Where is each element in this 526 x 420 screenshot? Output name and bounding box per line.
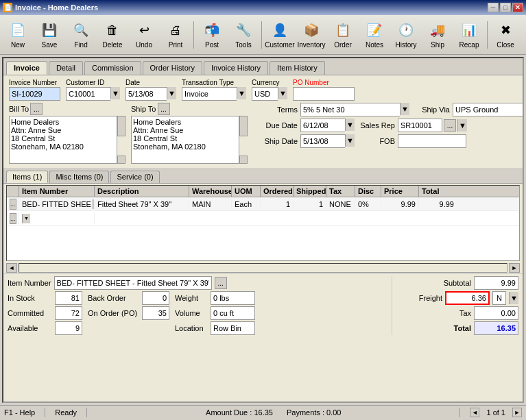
print-label: Print <box>169 41 183 49</box>
ship-to-expand-button[interactable]: ... <box>158 103 170 115</box>
print-button[interactable]: 🖨 Print <box>160 17 191 53</box>
total-value <box>474 321 518 335</box>
row-expand-button[interactable]: ... <box>10 199 16 210</box>
tab-commission[interactable]: Commission <box>84 61 141 75</box>
date-label: Date <box>125 79 176 86</box>
ship-button[interactable]: 🚚 Ship <box>422 17 453 53</box>
misc-items-tab[interactable]: Misc Items (0) <box>49 171 109 183</box>
freight-value[interactable] <box>445 291 490 305</box>
ship-to-textarea[interactable]: Home Dealers Attn: Anne Sue 18 Central S… <box>131 116 239 164</box>
weight-value[interactable] <box>211 291 255 305</box>
add-row-button[interactable]: ... <box>10 213 16 224</box>
sales-rep-input[interactable] <box>398 119 442 132</box>
freight-extra-input[interactable] <box>492 291 506 305</box>
tab-order-history[interactable]: Order History <box>143 61 202 75</box>
order-button[interactable]: 📋 Order <box>328 17 358 53</box>
item-number-bottom-input[interactable] <box>54 276 212 290</box>
currency-dropdown[interactable]: ▼ <box>278 87 287 99</box>
history-button[interactable]: 🕐 History <box>391 17 421 53</box>
available-value[interactable] <box>55 321 82 335</box>
ship-via-input[interactable] <box>453 103 524 116</box>
back-order-value[interactable] <box>142 291 169 305</box>
undo-label: Undo <box>136 41 152 49</box>
new-button[interactable]: 📄 New <box>3 17 33 53</box>
ship-date-dropdown[interactable]: ▼ <box>345 134 355 147</box>
tools-button[interactable]: 🔧 Tools <box>228 17 259 53</box>
po-number-input[interactable] <box>293 87 355 101</box>
page-prev-button[interactable]: ◄ <box>470 408 479 417</box>
toolbar-separator <box>193 21 194 49</box>
terms-input[interactable] <box>300 103 400 116</box>
items-tab[interactable]: Items (1) <box>6 171 48 183</box>
service-tab[interactable]: Service (0) <box>110 171 159 183</box>
due-date-dropdown[interactable]: ▼ <box>345 119 355 131</box>
customer-id-input[interactable] <box>66 87 110 101</box>
sales-rep-dropdown[interactable]: ▼ <box>457 119 467 132</box>
inventory-button[interactable]: 📦 Inventory <box>296 17 326 53</box>
item-number-bottom-expand[interactable]: ... <box>215 277 227 289</box>
transaction-type-label: Transaction Type <box>182 79 246 86</box>
header-scroll-col <box>457 186 466 197</box>
horizontal-scrollbar[interactable] <box>19 263 507 273</box>
tab-invoice[interactable]: Invoice <box>6 61 47 75</box>
new-icon: 📄 <box>8 21 27 40</box>
page-next-button[interactable]: ► <box>512 408 522 417</box>
undo-button[interactable]: ↩ Undo <box>129 17 159 53</box>
notes-button[interactable]: 📝 Notes <box>359 17 390 53</box>
customer-button[interactable]: 👤 Customer <box>265 17 295 53</box>
items-grid: Item Number Description Warehouse UOM Or… <box>6 185 520 261</box>
tab-invoice-history[interactable]: Invoice History <box>204 61 268 75</box>
save-button[interactable]: 💾 Save <box>34 17 64 53</box>
freight-dropdown[interactable]: ▼ <box>509 292 518 304</box>
transaction-type-dropdown[interactable]: ▼ <box>237 87 246 99</box>
sales-rep-expand-button[interactable]: ... <box>444 119 456 132</box>
grid-empty-area <box>7 226 519 260</box>
undo-icon: ↩ <box>134 21 154 40</box>
on-order-value[interactable] <box>142 306 169 320</box>
bill-to-expand-button[interactable]: ... <box>30 103 43 115</box>
date-dropdown[interactable]: ▼ <box>167 87 176 99</box>
help-text: F1 - Help <box>4 408 35 417</box>
status-sep1 <box>45 408 45 417</box>
invoice-number-input[interactable] <box>9 87 60 101</box>
close-button[interactable]: ✖ Close <box>490 17 521 53</box>
minimize-button[interactable]: ─ <box>488 3 499 12</box>
cell-price: 9.99 <box>381 199 419 209</box>
terms-dropdown[interactable]: ▼ <box>400 103 409 115</box>
terms-label: Terms <box>253 106 298 114</box>
status-text: Ready <box>55 408 77 417</box>
location-value[interactable] <box>211 321 255 335</box>
close-window-button[interactable]: ✕ <box>512 3 523 12</box>
ship-date-input[interactable] <box>300 134 345 148</box>
scroll-left-button[interactable]: ◄ <box>6 263 17 273</box>
tab-detail[interactable]: Detail <box>49 61 83 75</box>
in-stock-value[interactable] <box>55 291 82 305</box>
delete-button[interactable]: 🗑 Delete <box>97 17 128 53</box>
maximize-button[interactable]: □ <box>500 3 511 12</box>
order-icon: 📋 <box>333 21 352 40</box>
find-button[interactable]: 🔍 Find <box>66 17 96 53</box>
date-input[interactable] <box>125 87 167 101</box>
amount-due-text: Amount Due : 16.35 <box>206 408 273 417</box>
location-label: Location <box>175 324 208 332</box>
committed-value[interactable] <box>55 306 82 320</box>
volume-value[interactable] <box>211 306 255 320</box>
recap-button[interactable]: 📊 Recap <box>454 17 484 53</box>
header-disc: Disc <box>355 186 381 197</box>
due-date-input[interactable] <box>300 119 345 132</box>
fob-input[interactable] <box>398 134 466 148</box>
transaction-type-input[interactable] <box>182 87 237 101</box>
grid-row[interactable]: ... BED- FITTED SHEE ▼ Fitted Sheet 79" … <box>7 197 519 211</box>
history-label: History <box>395 41 416 49</box>
scroll-right-button[interactable]: ► <box>509 263 520 273</box>
tools-icon: 🔧 <box>234 21 253 40</box>
currency-input[interactable] <box>252 87 278 101</box>
bill-to-textarea[interactable]: Home Dealers Attn: Anne Sue 18 Central S… <box>9 116 117 164</box>
tab-item-history[interactable]: Item History <box>270 61 325 75</box>
header-warehouse: Warehouse <box>189 186 232 197</box>
weight-label: Weight <box>175 294 208 302</box>
notes-icon: 📝 <box>365 21 384 40</box>
post-button[interactable]: 📬 Post <box>197 17 227 53</box>
customer-id-dropdown[interactable]: ▼ <box>110 87 120 99</box>
add-item-dropdown[interactable]: ▼ <box>22 214 30 223</box>
